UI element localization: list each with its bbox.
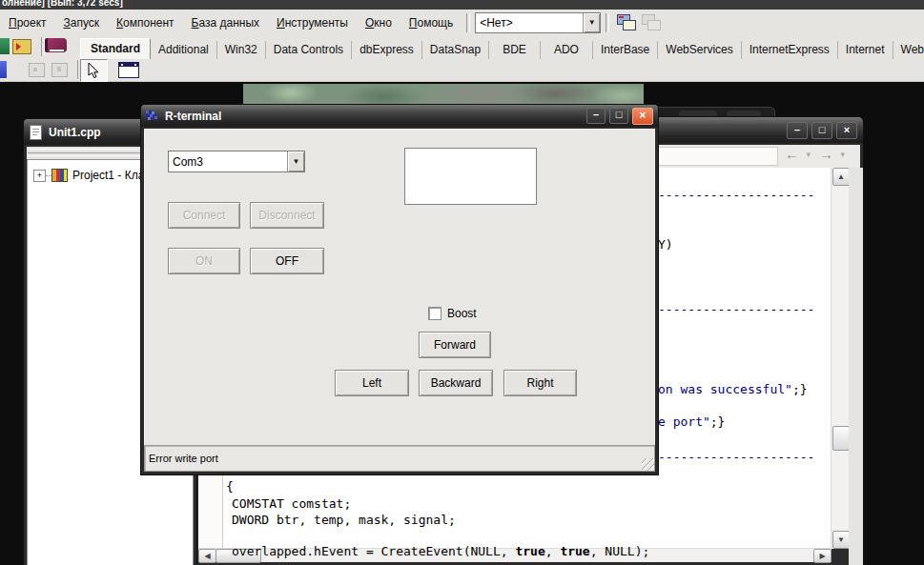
on-button[interactable]: ON [168, 248, 240, 274]
vertical-scrollbar[interactable]: ▲ ▼ [831, 168, 849, 549]
set-debug-desktop-icon[interactable] [642, 14, 661, 30]
scroll-up-icon[interactable]: ▲ [832, 168, 850, 186]
component-row [0, 59, 924, 82]
boost-label: Boost [447, 307, 477, 320]
com-port-combo[interactable]: Com3 ▼ [168, 151, 305, 172]
backward-button[interactable]: Backward [419, 370, 493, 396]
toolbar-icon-clipped[interactable] [0, 38, 10, 54]
tab-data-controls[interactable]: Data Controls [266, 41, 352, 59]
tab-dbexpress[interactable]: dbExpress [352, 41, 422, 59]
chevron-down-icon[interactable]: ▼ [583, 13, 600, 32]
tab-internet[interactable]: Internet [838, 41, 893, 59]
resize-grip-icon[interactable] [642, 458, 654, 471]
vertical-scroll-thumb[interactable] [832, 426, 850, 451]
com-port-value: Com3 [169, 155, 287, 169]
minimize-icon[interactable]: – [787, 122, 808, 139]
tree-item-label[interactable]: Project1 - Клас [72, 169, 150, 182]
r-terminal-titlebar[interactable]: R-terminal – □ × [141, 105, 658, 127]
menu-database[interactable]: База данных [183, 16, 268, 30]
tree-expand-icon[interactable]: + [33, 170, 46, 182]
disconnect-button[interactable]: Disconnect [250, 202, 324, 229]
class-explorer-title: Unit1.cpp [49, 126, 101, 139]
tab-datasnap[interactable]: DataSnap [422, 41, 489, 59]
scroll-right-icon[interactable]: ▶ [813, 549, 832, 563]
nav-back-icon[interactable]: ← [785, 146, 799, 162]
ide-titlebar: олнение] [Вып: 3,72 secs] [0, 0, 924, 10]
forward-button[interactable]: Forward [419, 332, 491, 358]
scroll-left-icon[interactable]: ◀ [198, 549, 216, 563]
tab-ado[interactable]: ADO [541, 41, 593, 59]
status-bar: Error write port [144, 445, 655, 472]
selection-arrow-button[interactable] [80, 59, 108, 82]
nav-forward-icon[interactable]: → [819, 146, 833, 162]
tab-interbase[interactable]: InterBase [593, 41, 658, 59]
desktop-wallpaper [243, 84, 644, 106]
tab-win32[interactable]: Win32 [217, 41, 266, 59]
tab-webservices[interactable]: WebServices [658, 41, 741, 59]
ide-title-text: олнение] [Вып: 3,72 secs] [0, 0, 924, 8]
nav-forward-caret-icon[interactable]: ▾ [840, 150, 845, 159]
project-node-icon [51, 169, 68, 182]
disabled-icon[interactable] [29, 63, 45, 77]
toolbar-icon-clipped[interactable] [0, 61, 7, 78]
help-book-icon[interactable] [45, 38, 67, 52]
menu-run[interactable]: Запуск [55, 16, 109, 30]
boost-checkbox[interactable] [428, 307, 441, 320]
save-desktop-icon[interactable] [617, 14, 636, 30]
r-terminal-window: R-terminal – □ × Com3 ▼ Connect Disconne… [141, 105, 658, 474]
tab-internetexpress[interactable]: InternetExpress [742, 41, 838, 59]
palette-tab-strip: Standard Additional Win32 Data Controls … [80, 38, 924, 59]
tab-standard[interactable]: Standard [80, 38, 151, 59]
scroll-down-icon[interactable]: ▼ [832, 531, 850, 549]
close-icon[interactable]: × [632, 108, 653, 125]
screen: олнение] [Вып: 3,72 secs] Проект Запуск … [0, 0, 924, 565]
maximize-icon[interactable]: □ [609, 108, 628, 124]
desktop-layout-value: <Нет> [476, 16, 583, 30]
open-project-icon[interactable] [12, 39, 31, 54]
r-terminal-client: Com3 ▼ Connect Disconnect ON OFF Boost F… [144, 129, 655, 447]
off-button[interactable]: OFF [250, 248, 324, 274]
nav-back-caret-icon[interactable]: ▾ [806, 150, 811, 159]
boost-checkbox-row: Boost [428, 307, 477, 320]
menu-project[interactable]: Проект [0, 16, 55, 30]
app-icon [146, 111, 158, 122]
cursor-arrow-icon [88, 63, 100, 79]
frame-icon [118, 62, 139, 78]
menu-bar: Проект Запуск Компонент База данных Инст… [0, 10, 924, 36]
tab-bde[interactable]: BDE [489, 41, 541, 59]
status-text: Error write port [145, 453, 218, 464]
chevron-down-icon[interactable]: ▼ [287, 151, 304, 172]
menu-window[interactable]: Окно [357, 16, 400, 30]
minimize-icon[interactable]: – [586, 108, 606, 124]
tab-additional[interactable]: Additional [151, 41, 217, 59]
horizontal-scroll-thumb[interactable] [216, 549, 261, 563]
menu-help[interactable]: Помощь [400, 16, 462, 30]
close-icon[interactable]: × [836, 122, 857, 139]
menu-tools[interactable]: Инструменты [268, 16, 357, 30]
connect-button[interactable]: Connect [168, 202, 240, 229]
horizontal-scrollbar[interactable]: ◀ ▶ [198, 548, 832, 562]
desktop-layout-combo[interactable]: <Нет> ▼ [475, 12, 601, 33]
left-button[interactable]: Left [335, 370, 409, 396]
r-terminal-title: R-terminal [165, 110, 221, 123]
disabled-icon[interactable] [51, 63, 68, 77]
toolbar-separator [606, 13, 609, 32]
data-memo[interactable] [404, 148, 537, 205]
menu-component[interactable]: Компонент [108, 16, 183, 30]
frames-button[interactable] [114, 59, 143, 80]
document-icon [30, 125, 42, 140]
toolbar-separator [466, 13, 470, 32]
editor-right-pad [849, 168, 863, 565]
maximize-icon[interactable]: □ [811, 122, 832, 139]
tab-websnap[interactable]: WebSnap [893, 41, 924, 59]
component-palette: Standard Additional Win32 Data Controls … [0, 35, 924, 60]
right-button[interactable]: Right [503, 370, 577, 396]
